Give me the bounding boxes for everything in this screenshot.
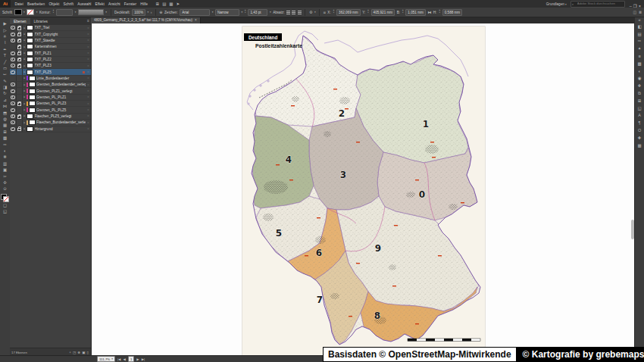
layer-row-Kartenrahmen[interactable]: ▸Kartenrahmen○ (10, 44, 91, 50)
stock-icon[interactable]: ▤ (162, 2, 166, 6)
visibility-toggle[interactable] (10, 120, 17, 125)
target-circle-icon[interactable]: ○ (86, 39, 91, 42)
opacity-field[interactable]: 100% (132, 9, 145, 16)
last-artboard-icon[interactable]: ▶| (142, 357, 145, 361)
target-circle-icon[interactable]: ○ (86, 89, 91, 92)
target-circle-icon[interactable]: ○ (86, 58, 91, 61)
selection-tool[interactable]: ▶ (0, 20, 10, 27)
line-segment-tool[interactable]: ╱ (0, 58, 10, 64)
width-tool[interactable]: ⋈ (0, 103, 10, 109)
arrange-documents-icon[interactable]: ▦ (169, 2, 173, 6)
menu-effekt[interactable]: Effekt (93, 2, 106, 6)
panel-tab-ebenen[interactable]: Ebenen (10, 18, 30, 24)
target-circle-icon[interactable]: ○ (86, 76, 91, 80)
blend-tool[interactable]: ◐ (0, 148, 10, 154)
menu-objekt[interactable]: Objekt (47, 2, 61, 6)
next-artboard-icon[interactable]: ▶ (136, 357, 139, 361)
layer-row-TXT_Copyright[interactable]: ▸TXT_Copyright○ (10, 31, 91, 37)
close-document-icon[interactable]: × (195, 18, 197, 22)
lock-toggle[interactable] (17, 31, 23, 36)
font-style-field[interactable]: Narrow (215, 9, 239, 16)
document-tab[interactable]: 4809_Germany_PLZ_1_2_3_5.ai* bei 111,7 %… (91, 17, 201, 23)
scale-tool[interactable]: ⊿ (0, 97, 10, 103)
stroke-weight-field[interactable] (56, 9, 73, 16)
menu-hilfe[interactable]: Hilfe (139, 2, 150, 6)
document-setup-icon[interactable]: ⊕ (159, 10, 162, 14)
lock-toggle[interactable] (17, 107, 23, 112)
zoom-tool[interactable]: ⊙ (0, 186, 10, 192)
eyedropper-tool[interactable]: ✑ (0, 141, 10, 147)
layer-row-TXT_Titel[interactable]: ▸TXT_Titel○ (10, 25, 91, 31)
appearance-panel-icon[interactable]: ◉ (637, 75, 641, 83)
lock-toggle[interactable] (17, 44, 23, 49)
lock-toggle[interactable] (17, 88, 23, 93)
layer-row-Flaechen_PLZ5_verlegt[interactable]: ▸Flaechen_PLZ5_verlegt○ (10, 114, 91, 120)
swatches-panel-icon[interactable]: ▤ (637, 30, 641, 38)
visibility-toggle[interactable] (10, 82, 17, 87)
align-right-icon[interactable] (298, 11, 302, 14)
menu-bearbeiten[interactable]: Bearbeiten (25, 2, 46, 6)
width-profile-dropdown[interactable] (78, 9, 104, 15)
stroke-weight-stepper[interactable]: ▲▼ (52, 10, 54, 14)
target-circle-icon[interactable]: ○ (86, 127, 91, 130)
target-circle-icon[interactable]: ○ (86, 33, 91, 36)
layer-row-Flaechen_Bundeslaender_verlegt[interactable]: ▸Flaechen_Bundeslaender_verlegt○ (10, 120, 91, 126)
visibility-toggle[interactable] (10, 126, 17, 132)
visibility-toggle[interactable] (10, 63, 17, 68)
dock-icon[interactable]: ◫ (633, 10, 637, 14)
panel-menu-icon[interactable]: ≡ (87, 18, 89, 23)
stroke-panel-icon[interactable]: ≡ (637, 52, 641, 60)
links-panel-icon[interactable]: ⧉ (637, 89, 641, 97)
graphic-styles-panel-icon[interactable]: ❖ (637, 82, 641, 89)
symbols-panel-icon[interactable]: ✦ (637, 45, 641, 52)
lock-toggle[interactable] (17, 76, 23, 81)
lock-toggle[interactable] (17, 25, 23, 30)
artboard[interactable]: Deutschland Postleitzahlenkarte (242, 27, 485, 356)
lock-toggle[interactable] (17, 120, 23, 125)
layer-row-TXT_PLZ5[interactable]: ▸TXT_PLZ5○ (10, 69, 91, 75)
lock-toggle[interactable] (17, 82, 23, 87)
magic-wand-tool[interactable]: ✳ (0, 33, 10, 39)
lasso-tool[interactable]: ⌇ (0, 39, 10, 45)
lock-toggle[interactable] (17, 57, 23, 62)
target-circle-icon[interactable]: ○ (86, 83, 91, 86)
panel-tab-libraries[interactable]: Libraries (30, 18, 52, 24)
stock-search[interactable]: ⌕ (571, 1, 625, 8)
lock-toggle[interactable] (17, 69, 23, 74)
pencil-tool[interactable]: ✎ (0, 78, 10, 84)
height-field[interactable]: 0,588 mm (442, 9, 462, 16)
layer-row-TXT_PLZ2[interactable]: ▸TXT_PLZ2○ (10, 57, 91, 63)
layer-row-Grenzen_Bundeslaender_verlegt[interactable]: ▸Grenzen_Bundeslaender_verlegt○ (10, 82, 91, 88)
visibility-toggle[interactable] (10, 88, 17, 93)
align-left-icon[interactable] (286, 11, 290, 14)
rectangle-tool[interactable]: ▭ (0, 65, 10, 71)
draw-mode-icon[interactable]: ▢ (0, 202, 10, 208)
menu-datei[interactable]: Datei (13, 2, 25, 6)
screen-mode-icon[interactable]: ◱ (0, 208, 10, 214)
visibility-toggle[interactable] (10, 44, 17, 49)
target-circle-icon[interactable]: ○ (86, 70, 91, 73)
character-panel-icon[interactable]: A (637, 112, 641, 120)
hand-tool[interactable]: ✣ (0, 179, 10, 186)
prev-artboard-icon[interactable]: ◀ (123, 357, 125, 361)
slice-tool[interactable]: ✂ (0, 173, 10, 179)
font-size-field[interactable]: 1,43 pt (248, 9, 267, 16)
type-tool[interactable]: T (0, 52, 10, 58)
column-graph-tool[interactable]: ▥ (0, 161, 10, 167)
symbol-sprayer-tool[interactable]: ❋ (0, 154, 10, 160)
visibility-toggle[interactable] (10, 114, 17, 119)
constrain-proportions-icon[interactable]: ⧓ (427, 10, 431, 14)
lock-toggle[interactable] (17, 126, 23, 132)
target-circle-icon[interactable]: ○ (86, 27, 91, 30)
target-circle-icon[interactable]: ○ (86, 114, 91, 117)
align-panel-icon[interactable]: ⊞ (637, 97, 641, 105)
visibility-toggle[interactable] (10, 25, 17, 30)
stroke-color-swatch[interactable] (3, 196, 9, 202)
transparency-panel-icon[interactable]: ◐ (637, 67, 641, 75)
workspace-switcher[interactable]: Grundlagen ▾ (546, 2, 567, 6)
canvas[interactable]: Deutschland Postleitzahlenkarte (91, 23, 635, 356)
menu-schrift[interactable]: Schrift (61, 2, 76, 6)
visibility-toggle[interactable] (10, 69, 17, 74)
target-circle-icon[interactable]: ○ (86, 108, 91, 111)
layer-row-TXT_PLZ3[interactable]: ▸TXT_PLZ3○ (10, 63, 91, 69)
